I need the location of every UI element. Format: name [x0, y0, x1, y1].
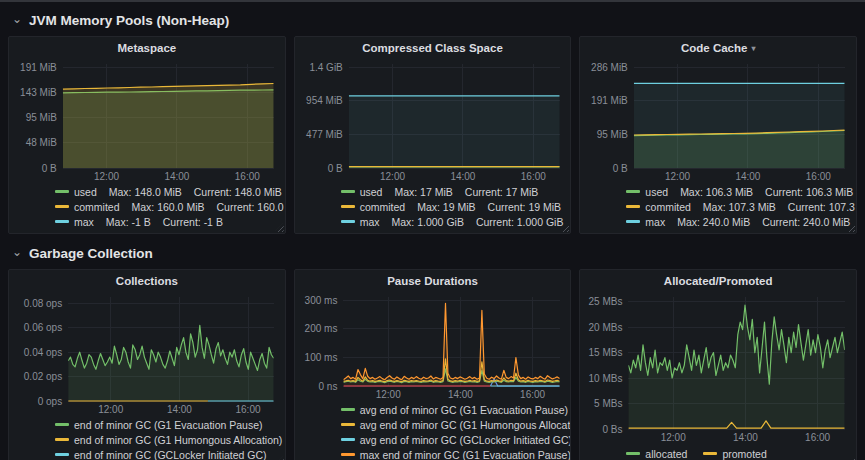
- legend: avg end of minor GC (G1 Evacuation Pause…: [341, 401, 563, 460]
- series-color-swatch: [626, 220, 640, 223]
- svg-text:25 MBs: 25 MBs: [589, 296, 623, 307]
- panel-row-non-heap: Metaspace 0 B48 MiB95 MiB143 MiB191 MiB1…: [8, 36, 857, 234]
- time-series-chart[interactable]: 0 B48 MiB95 MiB143 MiB191 MiB12:0014:001…: [17, 59, 277, 183]
- series-name: commited: [645, 201, 691, 213]
- series-name: used: [74, 186, 97, 198]
- svg-text:0 B: 0 B: [613, 163, 628, 174]
- svg-text:191 MiB: 191 MiB: [20, 62, 57, 73]
- legend-item[interactable]: avg end of minor GC (G1 Humongous Alloca…: [341, 417, 563, 432]
- legend-item[interactable]: maxMax: -1 BCurrent: -1 B: [55, 214, 277, 229]
- legend-item[interactable]: usedMax: 17 MiBCurrent: 17 MiB: [341, 184, 563, 199]
- panel-code-cache: Code Cache▾ 0 B95 MiB191 MiB286 MiB12:00…: [579, 36, 857, 234]
- legend-item[interactable]: max end of minor GC (G1 Evacuation Pause…: [341, 447, 563, 460]
- svg-text:0 Bs: 0 Bs: [603, 424, 623, 435]
- series-name: avg end of minor GC (G1 Humongous Alloca…: [360, 419, 572, 431]
- series-color-swatch: [341, 190, 355, 193]
- series-name: end of minor GC (G1 Humongous Allocation…: [74, 434, 282, 446]
- series-name: end of minor GC (GCLocker Initiated GC): [74, 449, 267, 460]
- series-stat: Max: 19 MiB: [417, 201, 475, 213]
- legend-item[interactable]: maxMax: 240.0 MiBCurrent: 240.0 MiB: [626, 214, 848, 229]
- series-name: commited: [360, 201, 406, 213]
- legend-item[interactable]: commitedMax: 160.0 MiBCurrent: 160.0 MiB: [55, 199, 277, 214]
- legend-item[interactable]: end of minor GC (GCLocker Initiated GC): [55, 447, 277, 460]
- series-color-swatch: [55, 205, 69, 208]
- legend-item[interactable]: end of minor GC (G1 Evacuation Pause): [55, 417, 277, 432]
- svg-text:477 MiB: 477 MiB: [306, 129, 343, 140]
- svg-text:15 MBs: 15 MBs: [589, 347, 623, 358]
- series-stat: Max: 1.000 GiB: [392, 216, 464, 228]
- panel-pause-durations: Pause Durations 0 ns100 ms200 ms300 ms12…: [294, 269, 572, 460]
- svg-text:12:00: 12:00: [375, 389, 400, 400]
- legend-item[interactable]: avg end of minor GC (G1 Evacuation Pause…: [341, 402, 563, 417]
- svg-text:95 MiB: 95 MiB: [597, 129, 628, 140]
- svg-text:5 MBs: 5 MBs: [594, 398, 622, 409]
- time-series-chart[interactable]: 0 ops0.02 ops0.04 ops0.06 ops0.08 ops12:…: [17, 292, 277, 416]
- legend-item[interactable]: maxMax: 1.000 GiBCurrent: 1.000 GiB: [341, 214, 563, 229]
- panel-title[interactable]: Collections: [17, 275, 277, 292]
- svg-text:12:00: 12:00: [661, 432, 686, 443]
- legend-item[interactable]: commitedMax: 107.3 MiBCurrent: 107.3 MiB: [626, 199, 848, 214]
- panel-title-text: Metaspace: [117, 42, 176, 54]
- section-header-jvm-memory-pools[interactable]: ⌄ JVM Memory Pools (Non-Heap): [12, 10, 857, 31]
- svg-text:14:00: 14:00: [167, 404, 192, 415]
- series-stat: Current: 107.3 MiB: [788, 201, 857, 213]
- svg-text:0.06 ops: 0.06 ops: [24, 322, 62, 333]
- panel-title-text: Compressed Class Space: [362, 42, 503, 54]
- legend-item[interactable]: avg end of minor GC (GCLocker Initiated …: [341, 432, 563, 447]
- series-stat: Max: -1 B: [106, 216, 151, 228]
- series-color-swatch: [55, 453, 69, 456]
- panel-title-text: Code Cache: [681, 42, 747, 54]
- panel-title-text: Allocated/Promoted: [664, 275, 773, 287]
- svg-text:191 MiB: 191 MiB: [591, 95, 628, 106]
- time-series-chart[interactable]: 0 ns100 ms200 ms300 ms12:0014:0016:00: [303, 292, 563, 401]
- panel-title[interactable]: Compressed Class Space: [303, 42, 563, 59]
- svg-text:0 ops: 0 ops: [38, 396, 62, 407]
- series-name: allocated: [645, 448, 687, 460]
- series-name: max: [645, 216, 665, 228]
- svg-text:286 MiB: 286 MiB: [591, 62, 628, 73]
- chevron-down-icon: ⌄: [12, 247, 22, 257]
- series-stat: Current: -1 B: [163, 216, 223, 228]
- svg-text:16:00: 16:00: [520, 171, 545, 182]
- series-name: used: [360, 186, 383, 198]
- series-stat: Current: 1.000 GiB: [476, 216, 564, 228]
- panel-title[interactable]: Pause Durations: [303, 275, 563, 292]
- legend-item[interactable]: commitedMax: 19 MiBCurrent: 19 MiB: [341, 199, 563, 214]
- svg-text:10 MBs: 10 MBs: [589, 373, 623, 384]
- legend-item[interactable]: usedMax: 148.0 MiBCurrent: 148.0 MiB: [55, 184, 277, 199]
- section-header-garbage-collection[interactable]: ⌄ Garbage Collection: [12, 243, 857, 264]
- legend-item[interactable]: end of minor GC (G1 Humongous Allocation…: [55, 432, 277, 447]
- panel-menu-chevron-icon: ▾: [751, 44, 755, 53]
- svg-text:16:00: 16:00: [806, 171, 831, 182]
- series-color-swatch: [341, 438, 355, 441]
- svg-text:14:00: 14:00: [736, 171, 761, 182]
- panel-collections: Collections 0 ops0.02 ops0.04 ops0.06 op…: [8, 269, 286, 460]
- panel-title[interactable]: Code Cache▾: [588, 42, 848, 59]
- svg-text:16:00: 16:00: [235, 171, 260, 182]
- series-name: end of minor GC (G1 Evacuation Pause): [74, 419, 263, 431]
- series-name: avg end of minor GC (G1 Evacuation Pause…: [360, 404, 568, 416]
- series-name: used: [645, 186, 668, 198]
- time-series-chart[interactable]: 0 B95 MiB191 MiB286 MiB12:0014:0016:00: [588, 59, 848, 183]
- series-color-swatch: [626, 205, 640, 208]
- legend-item[interactable]: promoted: [703, 446, 766, 460]
- svg-text:12:00: 12:00: [98, 404, 123, 415]
- svg-text:143 MiB: 143 MiB: [20, 87, 57, 98]
- series-stat: Current: 106.3 MiB: [765, 186, 853, 198]
- panel-metaspace: Metaspace 0 B48 MiB95 MiB143 MiB191 MiB1…: [8, 36, 286, 234]
- svg-text:0.04 ops: 0.04 ops: [24, 347, 62, 358]
- series-stat: Max: 106.3 MiB: [680, 186, 753, 198]
- svg-text:1.4 GiB: 1.4 GiB: [309, 62, 343, 73]
- time-series-chart[interactable]: 0 B477 MiB954 MiB1.4 GiB12:0014:0016:00: [303, 59, 563, 183]
- svg-text:14:00: 14:00: [448, 389, 473, 400]
- series-color-swatch: [55, 423, 69, 426]
- legend-item[interactable]: allocated: [626, 446, 687, 460]
- panel-title[interactable]: Allocated/Promoted: [588, 275, 848, 292]
- time-series-chart[interactable]: 0 Bs5 MBs10 MBs15 MBs20 MBs25 MBs12:0014…: [588, 292, 848, 444]
- chevron-down-icon: ⌄: [12, 14, 22, 24]
- series-stat: Max: 17 MiB: [394, 186, 452, 198]
- panel-title[interactable]: Metaspace: [17, 42, 277, 59]
- series-color-swatch: [55, 220, 69, 223]
- legend-item[interactable]: usedMax: 106.3 MiBCurrent: 106.3 MiB: [626, 184, 848, 199]
- series-stat: Max: 148.0 MiB: [109, 186, 182, 198]
